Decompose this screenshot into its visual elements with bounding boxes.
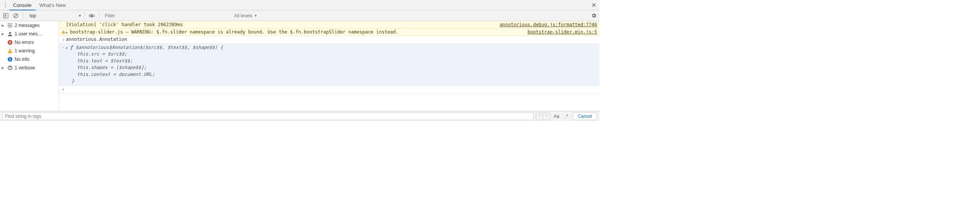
verbose-icon	[7, 65, 13, 71]
sidebar-item-errors[interactable]: No errors	[0, 38, 59, 47]
log-levels-selector[interactable]: All levels ▼	[231, 13, 260, 18]
warning-icon	[7, 48, 13, 54]
log-message: ▶ bootstrap-slider.js – WARNING: $.fn.sl…	[66, 29, 524, 35]
more-menu-icon[interactable]: ⋮	[2, 3, 9, 7]
close-icon[interactable]: ✕	[591, 2, 596, 9]
chevron-down-icon: ▼	[78, 14, 82, 18]
sidebar-item-info[interactable]: No info	[0, 55, 59, 64]
log-message: ▶ ƒ $annotorious$Annotation$($src$$, $te…	[66, 44, 597, 84]
log-source-link[interactable]: bootstrap-slider.min.js:5	[524, 29, 597, 35]
sidebar-item-warnings[interactable]: 1 warning	[0, 47, 59, 55]
match-case-toggle[interactable]: Aa	[553, 112, 560, 120]
tab-console[interactable]: Console	[9, 0, 35, 10]
regex-toggle[interactable]: .*	[563, 112, 571, 120]
gear-icon[interactable]	[589, 13, 598, 18]
output-chevron-icon: ‹	[60, 44, 66, 50]
console-prompt[interactable]: ›	[59, 86, 599, 93]
info-icon	[7, 56, 13, 62]
chevron-down-icon: ▼	[254, 14, 257, 18]
chevron-right-icon: ▶	[2, 66, 5, 70]
live-expression-icon[interactable]	[87, 13, 96, 19]
messages-icon	[7, 22, 13, 29]
sidebar: ▶ 2 messages ▶ 1 user mes… No errors 1 w…	[0, 21, 59, 111]
context-label: top	[30, 13, 36, 18]
svg-point-20	[10, 69, 10, 69]
error-icon	[7, 39, 13, 45]
log-row-violation[interactable]: [Violation] 'click' handler took 2962389…	[59, 21, 599, 29]
svg-rect-14	[10, 50, 10, 52]
console-log: [Violation] 'click' handler took 2962389…	[59, 21, 599, 111]
log-row-warning[interactable]: ▶ bootstrap-slider.js – WARNING: $.fn.sl…	[59, 29, 599, 36]
svg-point-18	[10, 58, 10, 59]
warning-icon	[60, 29, 66, 34]
svg-line-4	[14, 14, 17, 17]
log-message: [Violation] 'click' handler took 2962389…	[66, 22, 497, 27]
svg-rect-17	[10, 59, 10, 61]
log-row-output[interactable]: ‹ ▶ ƒ $annotorious$Annotation$($src$$, $…	[59, 44, 599, 86]
svg-rect-23	[63, 33, 63, 33]
log-levels-label: All levels	[234, 13, 252, 18]
find-input[interactable]	[2, 112, 534, 120]
chevron-right-icon: ▶	[2, 23, 5, 27]
svg-rect-22	[63, 31, 63, 32]
clear-console-icon[interactable]	[12, 12, 20, 20]
sidebar-item-verbose[interactable]: ▶ 1 verbose	[0, 64, 59, 72]
prompt-chevron-icon: ›	[60, 86, 66, 92]
find-next-icon[interactable]: ˅	[543, 113, 550, 120]
svg-rect-15	[10, 52, 10, 53]
tab-whats-new[interactable]: What's New	[35, 0, 70, 10]
chevron-right-icon: ▶	[2, 32, 5, 36]
context-selector[interactable]: top ▼	[27, 12, 84, 20]
cancel-button[interactable]: Cancel	[573, 112, 597, 120]
log-message: annotorious.Annotation	[66, 37, 597, 42]
svg-point-9	[9, 32, 11, 34]
svg-point-5	[91, 15, 93, 17]
log-source-link[interactable]: annotorious.debug.js:formatted:7746	[497, 22, 597, 27]
user-icon	[7, 31, 13, 37]
find-prev-icon[interactable]: ˄	[536, 113, 543, 120]
sidebar-item-user-messages[interactable]: ▶ 1 user mes…	[0, 30, 59, 38]
filter-input[interactable]	[102, 12, 230, 20]
log-row-input[interactable]: › annotorious.Annotation	[59, 36, 599, 44]
find-bar: ˄ ˅ Aa .* Cancel	[0, 111, 599, 121]
toggle-sidebar-icon[interactable]	[2, 12, 10, 20]
sidebar-item-messages[interactable]: ▶ 2 messages	[0, 21, 59, 30]
input-chevron-icon: ›	[60, 37, 66, 42]
